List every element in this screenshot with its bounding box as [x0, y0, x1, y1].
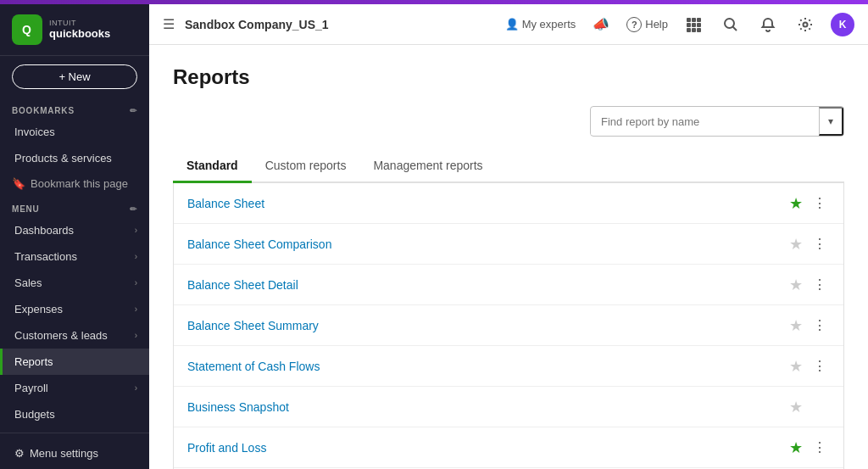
menu-edit-icon[interactable]: ✏: [130, 204, 137, 214]
svg-rect-2: [687, 18, 691, 22]
grid-icon[interactable]: [682, 13, 705, 36]
tabs-bar: Standard Custom reports Management repor…: [173, 150, 844, 183]
sales-chevron: ›: [135, 278, 137, 288]
sidebar-item-payroll[interactable]: Payroll ›: [0, 375, 149, 401]
sidebar-item-budgets[interactable]: Budgets: [0, 401, 149, 427]
my-experts-person-icon: 👤: [505, 18, 519, 31]
bell-icon[interactable]: [756, 13, 780, 36]
sidebar-bookmark-this-page[interactable]: 🔖 Bookmark this page: [0, 171, 149, 196]
menu-settings-label: Menu settings: [30, 447, 98, 460]
search-row: ▾: [173, 106, 844, 137]
star-icon-balance-sheet-summary[interactable]: ★: [789, 316, 803, 335]
search-dropdown-button[interactable]: ▾: [819, 107, 843, 136]
topbar: ☰ Sandbox Company_US_1 👤 My experts 📣 ? …: [149, 4, 868, 45]
svg-line-12: [733, 26, 737, 31]
megaphone-icon[interactable]: 📣: [589, 13, 613, 36]
sidebar-item-sales[interactable]: Sales ›: [0, 270, 149, 296]
star-icon-balance-sheet-comparison[interactable]: ★: [789, 235, 803, 254]
report-row: Business Snapshot★⋮: [174, 387, 843, 427]
sales-label: Sales: [14, 276, 42, 289]
svg-rect-4: [697, 18, 701, 22]
dashboards-label: Dashboards: [14, 224, 74, 237]
search-box: ▾: [590, 106, 844, 137]
topbar-actions: 👤 My experts 📣 ? Help: [505, 13, 854, 36]
more-icon-balance-sheet-summary[interactable]: ⋮: [810, 315, 830, 335]
bookmarks-edit-icon[interactable]: ✏: [130, 106, 137, 115]
sidebar-item-expenses[interactable]: Expenses ›: [0, 296, 149, 322]
reports-list: Balance Sheet★⋮Balance Sheet Comparison★…: [173, 183, 844, 469]
report-name-statement-of-cash-flows[interactable]: Statement of Cash Flows: [187, 360, 789, 373]
payroll-label: Payroll: [14, 382, 48, 394]
report-name-balance-sheet-detail[interactable]: Balance Sheet Detail: [187, 278, 789, 292]
help-button[interactable]: ? Help: [626, 17, 668, 32]
report-name-balance-sheet-summary[interactable]: Balance Sheet Summary: [187, 319, 789, 332]
tab-management-reports[interactable]: Management reports: [359, 150, 496, 183]
report-row: Profit and Loss★⋮: [174, 427, 843, 468]
help-label: Help: [645, 18, 668, 31]
qb-logo-icon: Q: [12, 14, 42, 45]
products-services-label: Products & services: [14, 152, 112, 165]
budgets-label: Budgets: [14, 408, 55, 421]
search-input[interactable]: [591, 109, 819, 135]
gear-icon[interactable]: [793, 13, 817, 36]
bookmark-this-page-label: Bookmark this page: [31, 177, 128, 190]
customers-leads-label: Customers & leads: [14, 329, 108, 342]
sidebar-item-transactions[interactable]: Transactions ›: [0, 243, 149, 270]
more-icon-statement-of-cash-flows[interactable]: ⋮: [810, 356, 830, 376]
expenses-label: Expenses: [14, 303, 63, 315]
search-icon[interactable]: [719, 13, 743, 36]
bookmarks-section: Bookmarks ✏: [0, 98, 149, 119]
sidebar-bottom: ⚙ Menu settings: [0, 433, 149, 469]
transactions-label: Transactions: [14, 250, 77, 263]
sidebar-item-reports[interactable]: Reports: [0, 349, 149, 375]
hamburger-icon[interactable]: ☰: [163, 16, 175, 32]
svg-rect-6: [692, 23, 696, 27]
report-row: Balance Sheet★⋮: [174, 183, 843, 224]
star-icon-statement-of-cash-flows[interactable]: ★: [789, 357, 803, 376]
svg-rect-8: [687, 28, 691, 32]
sidebar-item-products-services[interactable]: Products & services: [0, 145, 149, 171]
menu-settings-icon: ⚙: [14, 447, 25, 460]
report-name-balance-sheet[interactable]: Balance Sheet: [187, 197, 789, 210]
bookmark-icon: 🔖: [12, 177, 25, 190]
more-icon-balance-sheet-comparison[interactable]: ⋮: [810, 234, 830, 254]
svg-rect-3: [692, 18, 696, 22]
dashboards-chevron: ›: [135, 226, 137, 235]
sidebar-item-menu-settings[interactable]: ⚙ Menu settings: [0, 440, 149, 466]
report-row: Balance Sheet Comparison★⋮: [174, 224, 843, 265]
report-row: Statement of Cash Flows★⋮: [174, 346, 843, 387]
report-name-profit-and-loss[interactable]: Profit and Loss: [187, 441, 789, 455]
app-top-stripe: [0, 0, 868, 4]
star-icon-balance-sheet[interactable]: ★: [789, 194, 803, 213]
tab-standard[interactable]: Standard: [173, 150, 252, 183]
tab-custom-reports[interactable]: Custom reports: [252, 150, 360, 183]
report-name-business-snapshot[interactable]: Business Snapshot: [187, 400, 789, 414]
expenses-chevron: ›: [135, 304, 137, 314]
transactions-chevron: ›: [135, 252, 137, 261]
more-icon-balance-sheet[interactable]: ⋮: [810, 193, 830, 213]
sidebar-item-customers-leads[interactable]: Customers & leads ›: [0, 322, 149, 349]
star-icon-balance-sheet-detail[interactable]: ★: [789, 276, 803, 294]
report-name-balance-sheet-comparison[interactable]: Balance Sheet Comparison: [187, 237, 789, 251]
page-title: Reports: [173, 65, 844, 89]
more-icon-profit-and-loss[interactable]: ⋮: [810, 438, 830, 457]
new-button[interactable]: + New: [12, 64, 137, 89]
svg-text:Q: Q: [22, 23, 31, 36]
user-avatar[interactable]: K: [831, 13, 854, 36]
my-experts-button[interactable]: 👤 My experts: [505, 18, 576, 31]
svg-rect-10: [697, 28, 701, 32]
sidebar-item-dashboards[interactable]: Dashboards ›: [0, 217, 149, 243]
help-circle-icon: ?: [626, 17, 642, 32]
svg-rect-5: [687, 23, 691, 27]
page-content: Reports ▾ Standard Custom reports Manage…: [149, 45, 868, 469]
payroll-chevron: ›: [135, 383, 137, 393]
svg-point-13: [804, 22, 808, 26]
my-experts-label: My experts: [522, 18, 576, 31]
report-row: Balance Sheet Summary★⋮: [174, 305, 843, 346]
star-icon-business-snapshot[interactable]: ★: [789, 398, 803, 416]
sidebar-item-invoices[interactable]: Invoices: [0, 119, 149, 145]
invoices-label: Invoices: [14, 126, 55, 138]
star-icon-profit-and-loss[interactable]: ★: [789, 438, 803, 457]
sidebar: Q intuit quickbooks + New Bookmarks ✏ In…: [0, 4, 149, 469]
more-icon-balance-sheet-detail[interactable]: ⋮: [810, 275, 830, 294]
